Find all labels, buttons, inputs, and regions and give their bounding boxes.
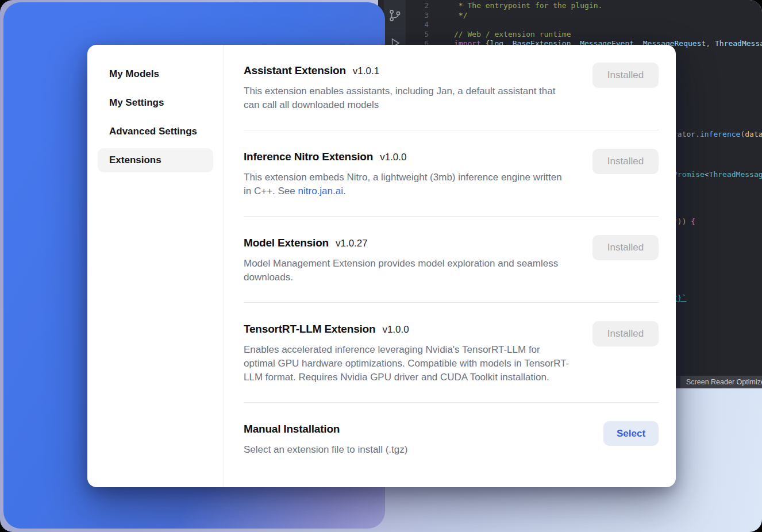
installed-button: Installed	[592, 235, 659, 260]
line-number: 5	[406, 30, 429, 40]
sidebar-item-advanced-settings[interactable]: Advanced Settings	[98, 119, 213, 144]
line-number: 2	[406, 1, 429, 11]
code-line: 2 * The entrypoint for the plugin.	[406, 1, 762, 11]
extension-row-tensorrt: TensortRT-LLM Extension v1.0.0 Enables a…	[244, 303, 659, 402]
manual-installation-row: Manual Installation Select an extension …	[244, 403, 659, 470]
extensions-panel: Assistant Extension v1.0.1 This extensio…	[224, 45, 676, 487]
extension-version: v1.0.27	[336, 238, 368, 249]
extension-info: Inference Nitro Extension v1.0.0 This ex…	[244, 150, 592, 198]
code-area[interactable]: 2 * The entrypoint for the plugin. 3 */ …	[406, 1, 762, 49]
screenshot-canvas: 2 * The entrypoint for the plugin. 3 */ …	[0, 0, 762, 532]
extension-info: TensortRT-LLM Extension v1.0.0 Enables a…	[244, 322, 592, 384]
extension-header: Inference Nitro Extension v1.0.0	[244, 150, 572, 164]
manual-installation-description: Select an extension file to install (.tg…	[244, 443, 580, 457]
screen-reader-mode-badge[interactable]: Screen Reader Optimized	[680, 376, 762, 388]
code-text: */	[429, 11, 467, 21]
installed-button: Installed	[592, 321, 659, 346]
extension-description: Enables accelerated inference leveraging…	[244, 343, 572, 384]
extension-info: Manual Installation Select an extension …	[244, 422, 603, 457]
code-text: * The entrypoint for the plugin.	[429, 1, 602, 11]
code-fragment: ")) {	[673, 217, 695, 227]
code-line: 4	[406, 20, 762, 30]
extension-description: This extension enables assistants, inclu…	[244, 84, 572, 112]
extension-description: This extension embeds Nitro, a lightweig…	[244, 171, 572, 198]
description-text: This extension embeds Nitro, a lightweig…	[244, 172, 562, 196]
nitro-jan-ai-link[interactable]: nitro.jan.ai.	[298, 186, 346, 196]
code-text	[429, 20, 454, 30]
sidebar-item-extensions[interactable]: Extensions	[98, 148, 213, 172]
manual-installation-title: Manual Installation	[244, 422, 340, 436]
extension-name: Inference Nitro Extension	[244, 150, 373, 164]
extension-name: Model Extension	[244, 236, 329, 250]
installed-button: Installed	[592, 149, 659, 174]
extension-row-assistant: Assistant Extension v1.0.1 This extensio…	[244, 45, 659, 130]
extension-name: Assistant Extension	[244, 64, 346, 78]
extension-header: Model Extension v1.0.27	[244, 236, 572, 250]
settings-modal: My Models My Settings Advanced Settings …	[87, 45, 676, 487]
sidebar-item-my-models[interactable]: My Models	[98, 62, 213, 86]
code-text: // Web / extension runtime	[429, 30, 571, 40]
extension-header: TensortRT-LLM Extension v1.0.0	[244, 322, 572, 336]
extension-description: Model Management Extension provides mode…	[244, 257, 572, 284]
extension-version: v1.0.0	[382, 324, 409, 336]
line-number: 4	[406, 20, 429, 30]
extension-header: Manual Installation	[244, 422, 583, 436]
code-line: 5// Web / extension runtime	[406, 30, 762, 40]
code-line: 3 */	[406, 11, 762, 21]
extension-header: Assistant Extension v1.0.1	[244, 64, 572, 78]
code-fragment: Promise<ThreadMessage>	[673, 170, 762, 180]
source-control-icon[interactable]	[387, 8, 402, 23]
extension-version: v1.0.1	[353, 65, 379, 77]
extension-name: TensortRT-LLM Extension	[244, 322, 375, 336]
settings-sidebar: My Models My Settings Advanced Settings …	[87, 45, 224, 487]
extension-row-model: Model Extension v1.0.27 Model Management…	[244, 217, 659, 302]
extension-info: Model Extension v1.0.27 Model Management…	[244, 236, 592, 284]
installed-button: Installed	[592, 63, 659, 88]
extension-version: v1.0.0	[380, 152, 406, 163]
sidebar-item-my-settings[interactable]: My Settings	[98, 91, 213, 115]
code-fragment: rator.inference(data));	[673, 130, 762, 140]
extension-info: Assistant Extension v1.0.1 This extensio…	[244, 64, 592, 112]
line-number: 3	[406, 11, 429, 21]
extension-row-nitro: Inference Nitro Extension v1.0.0 This ex…	[244, 130, 659, 216]
select-file-button[interactable]: Select	[603, 421, 659, 446]
